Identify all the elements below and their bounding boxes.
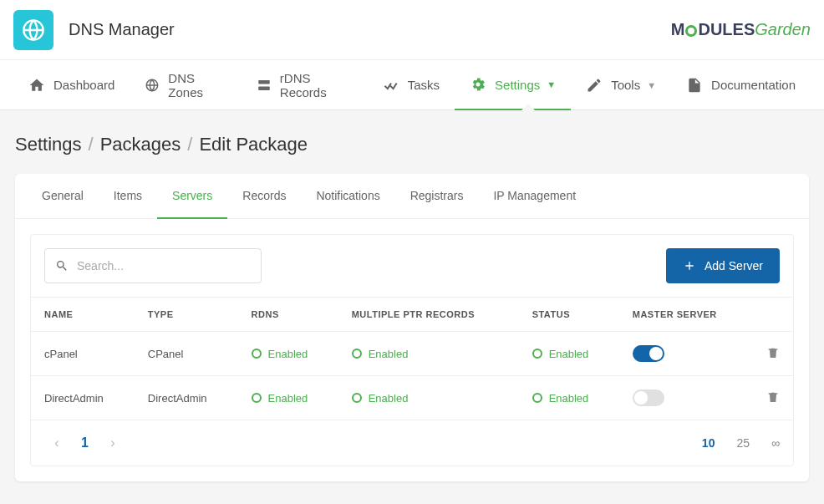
nav-zones[interactable]: DNS Zones (130, 60, 241, 109)
main-panel: General Items Servers Records Notificati… (15, 174, 809, 481)
crumb-settings[interactable]: Settings (15, 134, 82, 155)
nav-docs[interactable]: Documentation (671, 60, 811, 109)
cell-name: DirectAdmin (31, 376, 135, 420)
page-current[interactable]: 1 (69, 435, 100, 451)
cell-ptr: Enabled (338, 332, 519, 376)
page-size-25[interactable]: 25 (736, 436, 750, 450)
search-box[interactable] (44, 248, 262, 283)
globe-icon (145, 77, 160, 94)
gear-icon (470, 76, 486, 93)
cell-rdns: Enabled (238, 376, 338, 420)
page-prev[interactable]: ‹ (44, 430, 69, 456)
pencil-icon (586, 77, 603, 94)
delete-button[interactable] (766, 394, 780, 406)
col-name[interactable]: NAME (31, 298, 135, 332)
nav-tools[interactable]: Tools ▼ (571, 60, 671, 109)
chevron-down-icon: ▼ (547, 79, 556, 89)
tab-notifications[interactable]: Notifications (301, 174, 394, 218)
page-size-10[interactable]: 10 (702, 436, 715, 450)
master-toggle[interactable] (633, 345, 664, 362)
col-status[interactable]: STATUS (519, 298, 619, 332)
svg-rect-3 (258, 86, 269, 89)
check-icon (383, 77, 399, 94)
nav-settings[interactable]: Settings ▼ (455, 61, 571, 110)
tabs: General Items Servers Records Notificati… (15, 174, 809, 219)
table-row: cPanelCPanelEnabledEnabledEnabled (31, 332, 793, 376)
master-toggle[interactable] (633, 389, 664, 406)
tab-registrars[interactable]: Registrars (395, 174, 479, 218)
tab-items[interactable]: Items (99, 174, 157, 218)
col-ptr[interactable]: MULTIPLE PTR RECORDS (338, 298, 519, 332)
document-icon (686, 77, 703, 94)
tab-ip[interactable]: IP Management (478, 174, 591, 218)
col-type[interactable]: TYPE (135, 298, 238, 332)
server-icon (257, 77, 272, 94)
cell-name: cPanel (31, 332, 135, 376)
cell-type: DirectAdmin (135, 376, 238, 420)
tab-servers[interactable]: Servers (157, 174, 227, 219)
table-row: DirectAdminDirectAdminEnabledEnabledEnab… (31, 376, 793, 420)
servers-card: Add Server NAME TYPE RDNS MULTIPLE PTR R… (30, 234, 794, 466)
page-size-∞[interactable]: ∞ (771, 436, 780, 450)
nav-caret (521, 104, 535, 110)
cell-status: Enabled (519, 376, 619, 420)
cell-type: CPanel (135, 332, 238, 376)
brand-logo: MDULESGarden (671, 20, 811, 39)
app-logo (13, 10, 53, 50)
trash-icon (766, 390, 780, 404)
col-rdns[interactable]: RDNS (238, 298, 338, 332)
search-icon (55, 258, 69, 273)
tab-records[interactable]: Records (227, 174, 301, 218)
pagination: ‹ 1 › 1025∞ (31, 420, 793, 466)
add-server-button[interactable]: Add Server (666, 248, 780, 283)
page-next[interactable]: › (100, 430, 125, 456)
cell-ptr: Enabled (338, 376, 519, 420)
cell-rdns: Enabled (238, 332, 338, 376)
svg-rect-2 (258, 80, 269, 84)
main-nav: Dashboard DNS Zones rDNS Records Tasks S… (0, 60, 824, 110)
home-icon (28, 77, 45, 94)
col-master[interactable]: MASTER SERVER (619, 298, 753, 332)
app-title: DNS Manager (69, 20, 175, 39)
chevron-down-icon: ▼ (647, 80, 656, 90)
trash-icon (766, 346, 780, 359)
plus-icon (683, 259, 696, 272)
tab-general[interactable]: General (27, 174, 99, 218)
servers-table: NAME TYPE RDNS MULTIPLE PTR RECORDS STAT… (31, 297, 793, 420)
nav-tasks[interactable]: Tasks (368, 60, 455, 109)
delete-button[interactable] (766, 349, 780, 362)
globe-icon (22, 18, 45, 42)
cell-status: Enabled (519, 332, 619, 376)
crumb-edit: Edit Package (199, 134, 308, 155)
top-bar: DNS Manager MDULESGarden (0, 0, 824, 60)
search-input[interactable] (77, 259, 251, 272)
crumb-packages[interactable]: Packages (100, 134, 181, 155)
nav-rdns[interactable]: rDNS Records (242, 60, 368, 109)
breadcrumb: Settings/Packages/Edit Package (15, 134, 809, 155)
nav-dashboard[interactable]: Dashboard (13, 60, 130, 109)
